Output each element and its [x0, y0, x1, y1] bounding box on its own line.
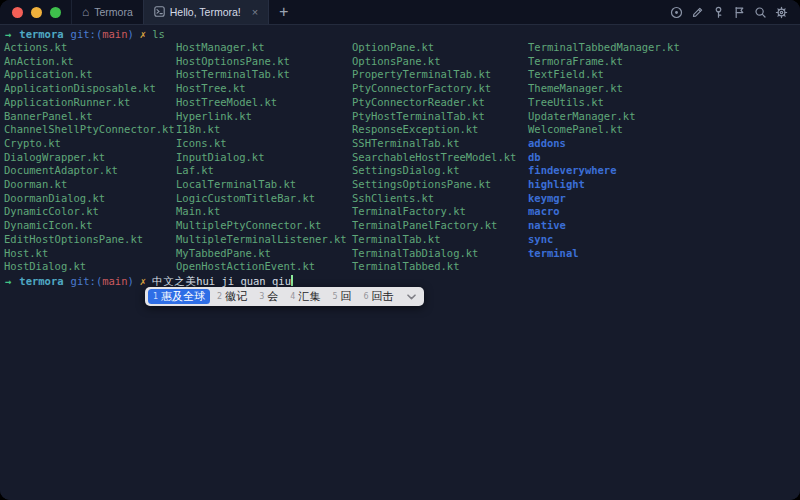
- file-entry: DoormanDialog.kt: [4, 192, 176, 206]
- candidate-text: 会: [267, 289, 278, 304]
- file-entry: ResponseException.kt: [352, 123, 528, 137]
- file-entry: Crypto.kt: [4, 137, 176, 151]
- titlebar-drag-area: [298, 0, 670, 24]
- file-entry: TerminalTabDialog.kt: [352, 247, 528, 261]
- candidate-index: 3: [259, 292, 264, 301]
- home-icon: ⌂: [82, 6, 89, 18]
- file-entry: UpdaterManager.kt: [528, 110, 680, 124]
- directory-entry: native: [528, 219, 680, 233]
- ime-composition-text: 中文之美hui ji quan qiu: [152, 275, 291, 287]
- file-entry: Actions.kt: [4, 41, 176, 55]
- file-entry: Icons.kt: [176, 137, 352, 151]
- file-entry: DocumentAdaptor.kt: [4, 164, 176, 178]
- prompt-arrow: →: [5, 28, 11, 40]
- file-entry: TermoraFrame.kt: [528, 55, 680, 69]
- directory-entry: highlight: [528, 178, 680, 192]
- tab-label: Termora: [94, 6, 133, 18]
- file-entry: SettingsDialog.kt: [352, 164, 528, 178]
- file-entry: ApplicationRunner.kt: [4, 96, 176, 110]
- file-entry: SettingsOptionsPane.kt: [352, 178, 528, 192]
- minimize-window-button[interactable]: [31, 7, 42, 18]
- file-entry: Doorman.kt: [4, 178, 176, 192]
- ime-more-button[interactable]: [404, 289, 420, 304]
- directory-entry: findeverywhere: [528, 164, 680, 178]
- terminal-screen[interactable]: →termoragit:(main)✗ls Actions.ktAnAction…: [0, 25, 800, 500]
- file-entry: HostTree.kt: [176, 82, 352, 96]
- file-entry: SshClients.kt: [352, 192, 528, 206]
- committed-chinese-text: 中文之美: [152, 275, 196, 287]
- file-entry: WelcomePanel.kt: [528, 123, 680, 137]
- file-entry: LogicCustomTitleBar.kt: [176, 192, 352, 206]
- key-icon[interactable]: [712, 6, 725, 19]
- settings-gear-icon[interactable]: [775, 6, 788, 19]
- tab-hello-termora[interactable]: Hello, Termora! ×: [143, 0, 269, 24]
- prompt-host: termora: [19, 275, 63, 287]
- titlebar-toolbar: [670, 0, 800, 24]
- file-entry: TerminalTabbed.kt: [352, 260, 528, 274]
- tab-termora-home[interactable]: ⌂ Termora: [71, 0, 143, 24]
- file-entry: SearchableHostTreeModel.kt: [352, 151, 528, 165]
- file-entry: LocalTerminalTab.kt: [176, 178, 352, 192]
- file-entry: Host.kt: [4, 247, 176, 261]
- close-window-button[interactable]: [12, 7, 23, 18]
- ls-output: Actions.ktAnAction.ktApplication.ktAppli…: [4, 41, 680, 274]
- directory-entry: terminal: [528, 247, 680, 261]
- edit-pencil-icon[interactable]: [691, 6, 704, 19]
- file-entry: MultiplePtyConnector.kt: [176, 219, 352, 233]
- candidate-index: 4: [290, 292, 295, 301]
- ime-candidate[interactable]: 2徽记: [212, 289, 252, 304]
- file-entry: TerminalPanelFactory.kt: [352, 219, 528, 233]
- prompt-host: termora: [19, 28, 63, 40]
- file-entry: ApplicationDisposable.kt: [4, 82, 176, 96]
- git-suffix: ): [128, 275, 134, 287]
- terminal-icon: [154, 6, 165, 19]
- flag-icon[interactable]: [733, 6, 746, 19]
- file-entry: HostManager.kt: [176, 41, 352, 55]
- file-entry: DynamicIcon.kt: [4, 219, 176, 233]
- file-entry: PtyHostTerminalTab.kt: [352, 110, 528, 124]
- ime-candidate[interactable]: 5回: [327, 289, 356, 304]
- file-entry: InputDialog.kt: [176, 151, 352, 165]
- directory-entry: addons: [528, 137, 680, 151]
- candidate-text: 徽记: [225, 289, 247, 304]
- file-entry: HostTreeModel.kt: [176, 96, 352, 110]
- candidate-text: 回: [340, 289, 351, 304]
- directory-entry: keymgr: [528, 192, 680, 206]
- ime-candidate[interactable]: 4汇集: [285, 289, 325, 304]
- file-entry: HostDialog.kt: [4, 260, 176, 274]
- command-text: ls: [152, 28, 165, 40]
- zoom-window-button[interactable]: [50, 7, 61, 18]
- file-entry: TreeUtils.kt: [528, 96, 680, 110]
- file-entry: Hyperlink.kt: [176, 110, 352, 124]
- file-entry: SSHTerminalTab.kt: [352, 137, 528, 151]
- file-entry: AnAction.kt: [4, 55, 176, 69]
- ls-column: OptionPane.ktOptionsPane.ktPropertyTermi…: [352, 41, 528, 274]
- ime-candidate[interactable]: 1惠及全球: [148, 289, 210, 304]
- file-entry: TerminalTabbedManager.kt: [528, 41, 680, 55]
- git-dirty-mark: ✗: [140, 275, 146, 287]
- file-entry: BannerPanel.kt: [4, 110, 176, 124]
- candidate-index: 1: [153, 292, 158, 301]
- ime-candidate-window: 1惠及全球2徽记3会4汇集5回6回击: [145, 287, 424, 306]
- file-entry: TextField.kt: [528, 68, 680, 82]
- ime-candidate[interactable]: 6回击: [358, 289, 398, 304]
- file-entry: PtyConnectorFactory.kt: [352, 82, 528, 96]
- new-tab-button[interactable]: +: [269, 0, 298, 24]
- file-entry: TerminalFactory.kt: [352, 205, 528, 219]
- candidate-index: 6: [363, 292, 368, 301]
- file-entry: EditHostOptionsPane.kt: [4, 233, 176, 247]
- file-entry: I18n.kt: [176, 123, 352, 137]
- file-entry: TerminalTab.kt: [352, 233, 528, 247]
- pinyin-preedit-text: hui ji quan qiu: [196, 275, 291, 287]
- file-entry: OpenHostActionEvent.kt: [176, 260, 352, 274]
- file-entry: PropertyTerminalTab.kt: [352, 68, 528, 82]
- close-tab-icon[interactable]: ×: [252, 6, 258, 18]
- search-icon[interactable]: [754, 6, 767, 19]
- titlebar: ⌂ Termora Hello, Termora! × +: [0, 0, 800, 25]
- ime-candidate[interactable]: 3会: [254, 289, 283, 304]
- tab-label: Hello, Termora!: [170, 6, 241, 18]
- git-branch: main: [102, 275, 127, 287]
- file-entry: OptionsPane.kt: [352, 55, 528, 69]
- ime-candidate-list: 1惠及全球2徽记3会4汇集5回6回击: [147, 289, 400, 304]
- macro-record-icon[interactable]: [670, 6, 683, 19]
